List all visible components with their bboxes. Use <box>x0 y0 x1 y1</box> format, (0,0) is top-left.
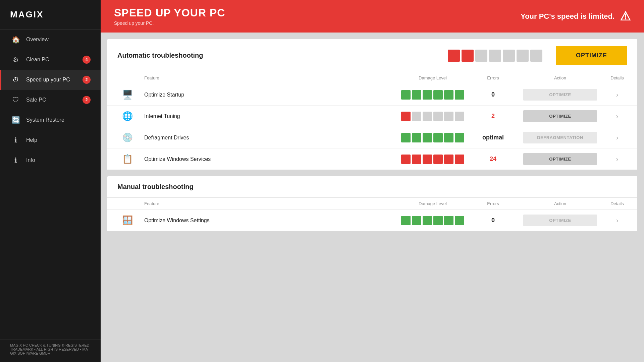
overall-damage-segment-3 <box>489 50 501 62</box>
system-restore-icon: 🔄 <box>11 116 20 124</box>
row-details-internet-tuning[interactable]: › <box>604 112 631 120</box>
main-optimize-button[interactable]: OPTIMIZE <box>556 46 627 65</box>
damage-seg-optimize-windows-settings-0 <box>401 216 411 225</box>
page-subtitle: Speed up your PC. <box>114 20 225 26</box>
manual-section-title: Manual troubleshooting <box>117 183 194 191</box>
table-row-defragment-drives: 💿Defragment DrivesoptimalDEFRAGMENTATION… <box>107 127 637 148</box>
sidebar-label-system-restore: System Restore <box>26 117 91 123</box>
sidebar-footer: MAGIX PC CHECK & TUNING ® REGISTERED TRA… <box>0 340 101 359</box>
chevron-icon-optimize-windows-services[interactable]: › <box>616 155 619 163</box>
row-feature-optimize-windows-services: Optimize Windows Services <box>141 156 396 162</box>
table-row-optimize-windows-services: 📋Optimize Windows Services24OPTIMIZE› <box>107 148 637 170</box>
badge-clean-pc: 4 <box>83 56 91 64</box>
sidebar-item-info[interactable]: ℹInfo <box>0 150 101 170</box>
damage-seg-defragment-drives-3 <box>433 133 443 142</box>
action-button-optimize-startup: OPTIMIZE <box>523 89 597 101</box>
row-action-internet-tuning[interactable]: OPTIMIZE <box>517 110 604 122</box>
manual-col-errors: Errors <box>470 201 517 206</box>
action-button-defragment-drives: DEFRAGMENTATION <box>523 132 597 143</box>
automatic-section-header: Automatic troubleshooting OPTIMIZE <box>107 39 637 72</box>
damage-seg-optimize-windows-settings-3 <box>433 216 443 225</box>
manual-col-feature: Feature <box>141 201 396 206</box>
damage-seg-defragment-drives-0 <box>401 133 411 142</box>
sidebar-item-help[interactable]: ℹHelp <box>0 130 101 150</box>
action-button-internet-tuning[interactable]: OPTIMIZE <box>523 110 597 122</box>
row-icon-optimize-windows-services: 📋 <box>114 154 141 164</box>
sidebar: MAGIX 🏠Overview⚙Clean PC4⏱Speed up your … <box>0 0 101 362</box>
row-damage-optimize-windows-services <box>396 155 470 164</box>
sidebar-item-safe-pc[interactable]: 🛡Safe PC2 <box>0 90 101 110</box>
row-damage-optimize-startup <box>396 90 470 100</box>
row-details-defragment-drives[interactable]: › <box>604 134 631 141</box>
sidebar-label-speed-up: Speed up your PC <box>26 77 76 83</box>
damage-seg-optimize-windows-settings-2 <box>423 216 432 225</box>
sidebar-item-speed-up[interactable]: ⏱Speed up your PC2 <box>0 70 101 90</box>
page-header: SPEED UP YOUR PC Speed up your PC. Your … <box>101 0 644 33</box>
automatic-table-header: Feature Damage Level Errors Action Detai… <box>107 72 637 84</box>
row-damage-internet-tuning <box>396 112 470 121</box>
chevron-icon-defragment-drives[interactable]: › <box>616 134 619 141</box>
warning-icon: ⚠ <box>620 9 631 23</box>
row-errors-optimize-windows-settings: 0 <box>470 217 517 224</box>
row-icon-internet-tuning: 🌐 <box>114 111 141 121</box>
damage-seg-optimize-windows-services-1 <box>412 155 421 164</box>
row-details-optimize-windows-settings[interactable]: › <box>604 217 631 224</box>
content-area: Automatic troubleshooting OPTIMIZE Featu… <box>101 33 644 362</box>
damage-seg-optimize-windows-services-2 <box>423 155 432 164</box>
damage-seg-internet-tuning-1 <box>412 112 421 121</box>
row-feature-internet-tuning: Internet Tuning <box>141 113 396 119</box>
sidebar-item-system-restore[interactable]: 🔄System Restore <box>0 110 101 130</box>
row-action-optimize-windows-settings[interactable]: OPTIMIZE <box>517 215 604 226</box>
damage-seg-optimize-windows-services-3 <box>433 155 443 164</box>
row-feature-optimize-windows-settings: Optimize Windows Settings <box>141 218 396 224</box>
info-icon: ℹ <box>11 156 20 164</box>
sidebar-label-clean-pc: Clean PC <box>26 57 76 63</box>
row-action-defragment-drives[interactable]: DEFRAGMENTATION <box>517 132 604 143</box>
damage-seg-optimize-windows-settings-5 <box>455 216 464 225</box>
manual-col-details: Details <box>604 201 631 206</box>
row-action-optimize-windows-services[interactable]: OPTIMIZE <box>517 153 604 165</box>
sidebar-item-clean-pc[interactable]: ⚙Clean PC4 <box>0 50 101 70</box>
overview-icon: 🏠 <box>11 36 20 44</box>
damage-seg-optimize-startup-2 <box>423 90 432 100</box>
row-details-optimize-windows-services[interactable]: › <box>604 155 631 163</box>
clean-pc-icon: ⚙ <box>11 56 20 64</box>
col-icon <box>114 75 141 80</box>
col-damage: Damage Level <box>396 75 470 80</box>
chevron-icon-internet-tuning[interactable]: › <box>616 112 619 120</box>
overall-damage-segment-5 <box>517 50 529 62</box>
safe-pc-icon: 🛡 <box>11 96 20 104</box>
damage-seg-optimize-startup-0 <box>401 90 411 100</box>
sidebar-label-help: Help <box>26 137 91 143</box>
sidebar-logo: MAGIX <box>0 0 101 29</box>
damage-seg-internet-tuning-2 <box>423 112 432 121</box>
chevron-icon-optimize-startup[interactable]: › <box>616 91 619 99</box>
automatic-rows: 🖥️Optimize Startup0OPTIMIZE›🌐Internet Tu… <box>107 84 637 170</box>
manual-section-header: Manual troubleshooting <box>107 176 637 198</box>
overall-damage-segment-1 <box>462 50 474 62</box>
action-button-optimize-windows-services[interactable]: OPTIMIZE <box>523 153 597 165</box>
speed-up-icon: ⏱ <box>11 76 20 84</box>
manual-col-icon <box>114 201 141 206</box>
row-errors-defragment-drives: optimal <box>470 134 517 141</box>
damage-seg-defragment-drives-1 <box>412 133 421 142</box>
damage-seg-optimize-startup-5 <box>455 90 464 100</box>
sidebar-item-overview[interactable]: 🏠Overview <box>0 29 101 50</box>
manual-col-action: Action <box>517 201 604 206</box>
sidebar-label-info: Info <box>26 157 91 163</box>
row-errors-optimize-windows-services: 24 <box>470 156 517 163</box>
col-errors: Errors <box>470 75 517 80</box>
damage-seg-internet-tuning-0 <box>401 112 411 121</box>
row-icon-optimize-windows-settings: 🪟 <box>114 215 141 226</box>
col-action: Action <box>517 75 604 80</box>
damage-seg-defragment-drives-4 <box>444 133 453 142</box>
table-row-internet-tuning: 🌐Internet Tuning2OPTIMIZE› <box>107 106 637 127</box>
row-action-optimize-startup[interactable]: OPTIMIZE <box>517 89 604 101</box>
damage-seg-optimize-startup-4 <box>444 90 453 100</box>
row-details-optimize-startup[interactable]: › <box>604 91 631 99</box>
row-errors-optimize-startup: 0 <box>470 91 517 98</box>
damage-seg-optimize-startup-1 <box>412 90 421 100</box>
chevron-icon-optimize-windows-settings[interactable]: › <box>616 217 619 224</box>
damage-seg-internet-tuning-3 <box>433 112 443 121</box>
damage-seg-internet-tuning-5 <box>455 112 464 121</box>
